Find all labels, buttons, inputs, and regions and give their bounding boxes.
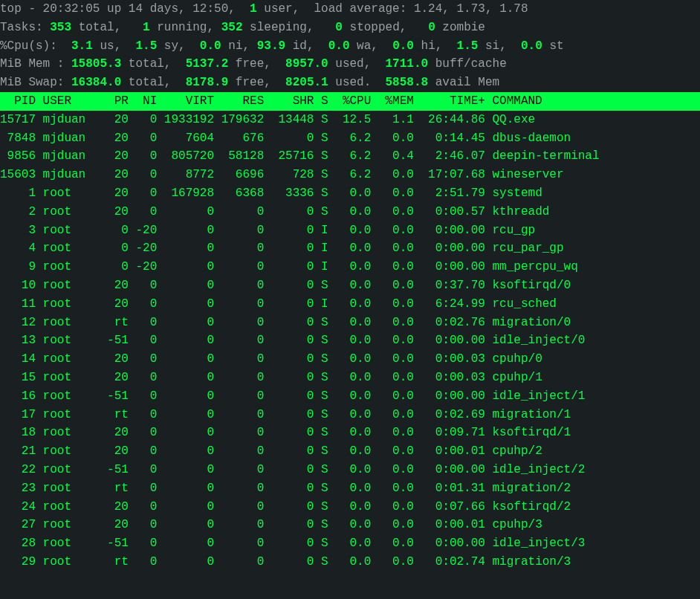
table-row: 12 root rt 0 0 0 0 S 0.0 0.0 0:02.76 mig… [0, 314, 700, 332]
table-row: 28 root -51 0 0 0 0 S 0.0 0.0 0:00.00 id… [0, 534, 700, 553]
process-table-header: PID USER PR NI VIRT RES SHR S %CPU %MEM … [0, 92, 700, 111]
table-row: 18 root 20 0 0 0 0 S 0.0 0.0 0:09.71 kso… [0, 424, 700, 442]
table-row: 2 root 20 0 0 0 0 S 0.0 0.0 0:00.57 kthr… [0, 203, 700, 221]
process-command: idle_inject/2 [493, 463, 586, 476]
process-metrics: 15717 mjduan 20 0 1933192 179632 13448 S… [0, 113, 493, 126]
table-row: 1 root 20 0 167928 6368 3336 S 0.0 0.0 2… [0, 184, 700, 203]
process-command: cpuhp/3 [493, 518, 542, 531]
process-metrics: 23 root rt 0 0 0 0 S 0.0 0.0 0:01.31 [0, 482, 493, 495]
top-summary: top - 20:32:05 up 14 days, 12:50, 1 user… [0, 0, 700, 92]
process-command: rcu_gp [493, 224, 536, 237]
summary-line1-prefix: top - [0, 2, 43, 16]
process-metrics: 13 root -51 0 0 0 0 S 0.0 0.0 0:00.00 [0, 334, 493, 347]
process-command: migration/3 [493, 555, 571, 569]
process-metrics: 14 root 20 0 0 0 0 S 0.0 0.0 0:00.03 [0, 352, 493, 366]
process-metrics: 3 root 0 -20 0 0 0 I 0.0 0.0 0:00.00 [0, 224, 493, 237]
process-metrics: 11 root 20 0 0 0 0 I 0.0 0.0 6:24.99 [0, 297, 493, 311]
table-row: 9856 mjduan 20 0 805720 58128 25716 S 6.… [0, 147, 700, 166]
process-metrics: 15 root 20 0 0 0 0 S 0.0 0.0 0:00.03 [0, 371, 493, 384]
table-row: 17 root rt 0 0 0 0 S 0.0 0.0 0:02.69 mig… [0, 406, 700, 424]
table-row: 3 root 0 -20 0 0 0 I 0.0 0.0 0:00.00 rcu… [0, 221, 700, 240]
table-row: 9 root 0 -20 0 0 0 I 0.0 0.0 0:00.00 mm_… [0, 258, 700, 276]
table-row: 22 root -51 0 0 0 0 S 0.0 0.0 0:00.00 id… [0, 461, 700, 479]
process-command: ksoftirqd/2 [493, 500, 571, 514]
table-row: 21 root 20 0 0 0 0 S 0.0 0.0 0:00.01 cpu… [0, 442, 700, 461]
table-row: 13 root -51 0 0 0 0 S 0.0 0.0 0:00.00 id… [0, 331, 700, 350]
process-metrics: 16 root -51 0 0 0 0 S 0.0 0.0 0:00.00 [0, 389, 493, 403]
process-command: cpuhp/0 [493, 352, 542, 366]
table-row: 24 root 20 0 0 0 0 S 0.0 0.0 0:07.66 kso… [0, 498, 700, 517]
table-row: 15717 mjduan 20 0 1933192 179632 13448 S… [0, 111, 700, 129]
table-row: 15 root 20 0 0 0 0 S 0.0 0.0 0:00.03 cpu… [0, 369, 700, 387]
process-command: systemd [493, 187, 542, 200]
process-command: migration/2 [493, 482, 571, 495]
process-command: mm_percpu_wq [493, 260, 578, 273]
process-metrics: 17 root rt 0 0 0 0 S 0.0 0.0 0:02.69 [0, 408, 493, 421]
table-row: 29 root rt 0 0 0 0 S 0.0 0.0 0:02.74 mig… [0, 553, 700, 572]
process-metrics: 2 root 20 0 0 0 0 S 0.0 0.0 0:00.57 [0, 205, 493, 218]
process-command: idle_inject/1 [493, 389, 586, 403]
process-command: migration/0 [493, 316, 571, 329]
table-row: 4 root 0 -20 0 0 0 I 0.0 0.0 0:00.00 rcu… [0, 239, 700, 258]
process-command: migration/1 [493, 408, 571, 421]
process-command: dbus-daemon [493, 132, 571, 145]
table-row: 15603 mjduan 20 0 8772 6696 728 S 6.2 0.… [0, 166, 700, 184]
process-metrics: 9856 mjduan 20 0 805720 58128 25716 S 6.… [0, 149, 493, 163]
process-command: ksoftirqd/1 [493, 426, 571, 439]
process-command: rcu_sched [493, 297, 557, 311]
process-metrics: 12 root rt 0 0 0 0 S 0.0 0.0 0:02.76 [0, 316, 493, 329]
process-command: deepin-terminal [493, 149, 600, 163]
table-row: 7848 mjduan 20 0 7604 676 0 S 6.2 0.0 0:… [0, 129, 700, 148]
process-command: wineserver [493, 168, 564, 181]
process-command: kthreadd [493, 205, 550, 218]
table-row: 11 root 20 0 0 0 0 I 0.0 0.0 6:24.99 rcu… [0, 295, 700, 314]
process-metrics: 15603 mjduan 20 0 8772 6696 728 S 6.2 0.… [0, 168, 493, 181]
table-row: 14 root 20 0 0 0 0 S 0.0 0.0 0:00.03 cpu… [0, 350, 700, 369]
process-metrics: 18 root 20 0 0 0 0 S 0.0 0.0 0:09.71 [0, 426, 493, 439]
process-command: idle_inject/3 [493, 537, 586, 550]
process-metrics: 4 root 0 -20 0 0 0 I 0.0 0.0 0:00.00 [0, 242, 493, 255]
process-metrics: 27 root 20 0 0 0 0 S 0.0 0.0 0:00.01 [0, 518, 493, 531]
process-table-body: 15717 mjduan 20 0 1933192 179632 13448 S… [0, 111, 700, 572]
process-metrics: 7848 mjduan 20 0 7604 676 0 S 6.2 0.0 0:… [0, 132, 493, 145]
process-command: ksoftirqd/0 [493, 279, 571, 292]
process-command: cpuhp/1 [493, 371, 542, 384]
table-row: 10 root 20 0 0 0 0 S 0.0 0.0 0:37.70 kso… [0, 276, 700, 295]
process-metrics: 9 root 0 -20 0 0 0 I 0.0 0.0 0:00.00 [0, 260, 493, 273]
process-metrics: 1 root 20 0 167928 6368 3336 S 0.0 0.0 2… [0, 187, 493, 200]
process-metrics: 24 root 20 0 0 0 0 S 0.0 0.0 0:07.66 [0, 500, 493, 514]
table-row: 16 root -51 0 0 0 0 S 0.0 0.0 0:00.00 id… [0, 387, 700, 406]
process-command: QQ.exe [493, 113, 536, 126]
process-metrics: 22 root -51 0 0 0 0 S 0.0 0.0 0:00.00 [0, 463, 493, 476]
process-metrics: 10 root 20 0 0 0 0 S 0.0 0.0 0:37.70 [0, 279, 493, 292]
process-metrics: 29 root rt 0 0 0 0 S 0.0 0.0 0:02.74 [0, 555, 493, 569]
process-command: cpuhp/2 [493, 444, 542, 458]
table-row: 23 root rt 0 0 0 0 S 0.0 0.0 0:01.31 mig… [0, 479, 700, 498]
table-row: 27 root 20 0 0 0 0 S 0.0 0.0 0:00.01 cpu… [0, 516, 700, 534]
process-command: idle_inject/0 [493, 334, 586, 347]
process-command: rcu_par_gp [493, 242, 564, 255]
process-metrics: 21 root 20 0 0 0 0 S 0.0 0.0 0:00.01 [0, 444, 493, 458]
process-metrics: 28 root -51 0 0 0 0 S 0.0 0.0 0:00.00 [0, 537, 493, 550]
